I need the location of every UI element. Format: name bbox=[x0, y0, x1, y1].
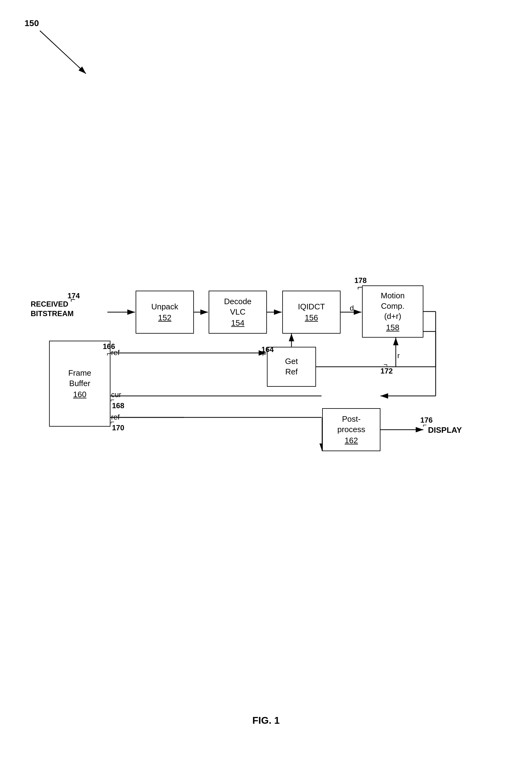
iqidct-label: IQIDCT bbox=[298, 302, 325, 312]
ref-174: 174 bbox=[67, 291, 80, 300]
motion-comp-box: MotionComp.(d+r) 158 bbox=[362, 285, 423, 338]
diagram-container: 150 RECEIVEDBITSTREAM ⌐ 174 Unpack 152 D… bbox=[0, 0, 532, 763]
get-ref-label: GetRef bbox=[285, 356, 298, 377]
received-bitstream-label: RECEIVEDBITSTREAM bbox=[31, 299, 74, 318]
unpack-label: Unpack bbox=[151, 302, 178, 312]
motion-comp-label: MotionComp.(d+r) bbox=[381, 291, 405, 322]
iqidct-box: IQIDCT 156 bbox=[282, 291, 341, 334]
brace-172: ⌐ bbox=[383, 361, 387, 369]
brace-178: ⌐ bbox=[358, 282, 362, 292]
ref-166: 166 bbox=[103, 342, 115, 351]
decode-vlc-box: DecodeVLC 154 bbox=[209, 291, 267, 334]
unpack-ref: 152 bbox=[158, 313, 171, 323]
decode-vlc-label: DecodeVLC bbox=[224, 296, 252, 317]
r-label: r bbox=[397, 351, 400, 360]
get-ref-box: GetRef bbox=[267, 347, 316, 387]
brace-164: ⌐ bbox=[262, 351, 266, 359]
iqidct-ref: 156 bbox=[305, 313, 318, 323]
d-label: d bbox=[350, 304, 354, 312]
svg-line-2 bbox=[40, 31, 86, 74]
postprocess-label: Post-process bbox=[337, 414, 365, 435]
unpack-box: Unpack 152 bbox=[136, 291, 194, 334]
display-label: DISPLAY bbox=[428, 425, 462, 436]
frame-buffer-box: FrameBuffer 160 bbox=[49, 341, 110, 427]
brace-176: ⌐ bbox=[423, 421, 427, 429]
postprocess-ref: 162 bbox=[345, 436, 358, 445]
decode-vlc-ref: 154 bbox=[231, 318, 244, 328]
ref-170: 170 bbox=[112, 424, 124, 432]
frame-buffer-label: FrameBuffer bbox=[68, 368, 91, 389]
ref-150: 150 bbox=[25, 18, 39, 28]
frame-buffer-ref: 160 bbox=[73, 390, 86, 399]
ref-168: 168 bbox=[112, 401, 124, 410]
figure-label: FIG. 1 bbox=[253, 715, 280, 726]
postprocess-box: Post-process 162 bbox=[322, 408, 380, 451]
motion-comp-ref: 158 bbox=[386, 323, 399, 332]
